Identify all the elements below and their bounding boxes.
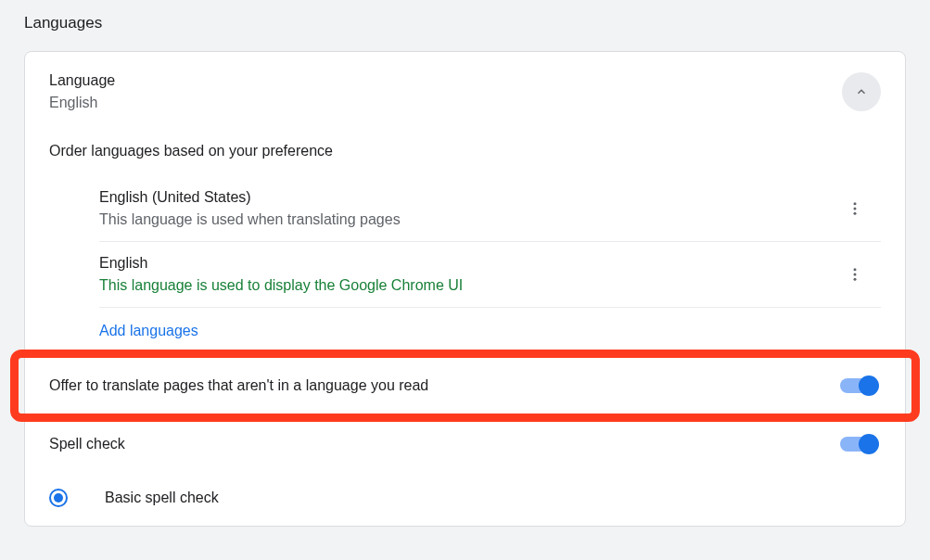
- order-text: Order languages based on your preference: [25, 117, 905, 176]
- svg-point-4: [854, 274, 857, 276]
- page-title: Languages: [0, 0, 930, 51]
- language-item: English (United States) This language is…: [99, 176, 881, 242]
- collapse-button[interactable]: [842, 72, 881, 111]
- more-button[interactable]: [840, 194, 870, 223]
- add-languages-link[interactable]: Add languages: [99, 308, 881, 354]
- spellcheck-toggle[interactable]: [840, 435, 881, 453]
- language-header-title: Language: [49, 72, 115, 89]
- language-name: English (United States): [99, 189, 401, 206]
- toggle-thumb: [859, 375, 879, 396]
- languages-card: Language English Order languages based o…: [24, 51, 906, 527]
- translate-toggle[interactable]: [840, 376, 881, 395]
- svg-point-0: [854, 202, 857, 205]
- radio-dot-icon: [54, 493, 63, 503]
- svg-point-3: [854, 268, 857, 271]
- language-name: English: [99, 255, 463, 272]
- language-info: English This language is used to display…: [99, 255, 463, 294]
- language-header: Language English: [25, 52, 905, 117]
- radio-label: Basic spell check: [105, 490, 219, 506]
- language-item: English This language is used to display…: [99, 242, 881, 308]
- more-vert-icon: [847, 266, 863, 283]
- translate-toggle-label: Offer to translate pages that aren't in …: [49, 377, 428, 394]
- more-vert-icon: [847, 200, 863, 217]
- svg-point-1: [854, 208, 857, 210]
- language-desc: This language is used to display the Goo…: [99, 277, 463, 294]
- toggle-thumb: [859, 434, 879, 454]
- translate-toggle-row: Offer to translate pages that aren't in …: [25, 354, 905, 417]
- language-list: English (United States) This language is…: [25, 176, 905, 354]
- translate-toggle-highlight: Offer to translate pages that aren't in …: [25, 354, 905, 417]
- svg-point-5: [854, 278, 857, 281]
- language-header-text: Language English: [49, 72, 115, 111]
- language-header-value: English: [49, 95, 115, 111]
- basic-spellcheck-option[interactable]: Basic spell check: [25, 470, 905, 526]
- language-desc: This language is used when translating p…: [99, 211, 401, 228]
- spellcheck-toggle-label: Spell check: [49, 436, 125, 452]
- radio-button[interactable]: [49, 489, 68, 507]
- chevron-up-icon: [854, 84, 869, 99]
- language-info: English (United States) This language is…: [99, 189, 401, 228]
- svg-point-2: [854, 212, 857, 215]
- more-button[interactable]: [840, 260, 870, 289]
- spellcheck-toggle-row: Spell check: [25, 418, 905, 470]
